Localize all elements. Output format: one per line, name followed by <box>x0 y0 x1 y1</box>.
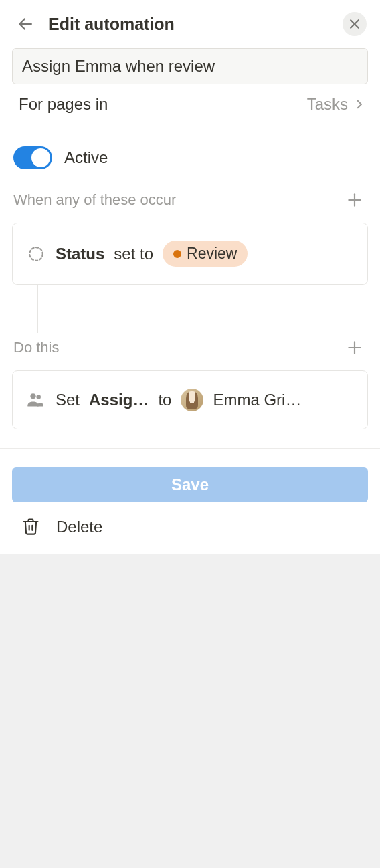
people-icon <box>26 390 45 409</box>
assignee-name: Emma Gri… <box>213 391 301 409</box>
status-dot-icon <box>173 250 181 258</box>
back-button[interactable] <box>13 12 37 36</box>
action-section-label: Do this <box>13 339 59 356</box>
save-button[interactable]: Save <box>12 467 368 502</box>
delete-label: Delete <box>56 518 102 536</box>
status-icon <box>27 245 45 263</box>
connector-line <box>37 285 380 333</box>
action-to: to <box>158 391 171 409</box>
action-property: Assig… <box>89 391 149 409</box>
scope-value: Tasks <box>307 95 348 114</box>
trigger-verb: set to <box>114 245 153 263</box>
toggle-knob <box>31 148 50 167</box>
add-trigger-button[interactable] <box>343 188 367 212</box>
trigger-card[interactable]: Status set to Review <box>12 223 368 285</box>
scope-label: For pages in <box>19 95 108 114</box>
trigger-property: Status <box>56 245 104 263</box>
add-action-button[interactable] <box>343 336 367 360</box>
plus-icon <box>346 191 363 209</box>
trash-icon <box>21 517 40 536</box>
assignee-avatar <box>181 389 203 411</box>
automation-name-input[interactable] <box>12 48 368 84</box>
chevron-right-icon <box>353 98 365 110</box>
active-label: Active <box>64 148 108 167</box>
page-title: Edit automation <box>48 15 332 34</box>
status-pill-label: Review <box>187 245 237 263</box>
svg-point-5 <box>29 247 43 261</box>
action-card[interactable]: Set Assig… to Emma Gri… <box>12 370 368 429</box>
svg-point-8 <box>30 393 35 399</box>
status-pill: Review <box>163 241 248 267</box>
close-button[interactable] <box>343 12 367 36</box>
active-row: Active <box>0 130 380 185</box>
header: Edit automation <box>0 0 380 48</box>
delete-button[interactable]: Delete <box>12 502 368 541</box>
action-verb: Set <box>56 391 80 409</box>
close-icon <box>348 17 361 31</box>
trigger-section-label: When any of these occur <box>13 191 176 209</box>
svg-point-9 <box>36 395 41 399</box>
scope-row[interactable]: For pages in Tasks <box>0 95 380 130</box>
arrow-left-icon <box>17 15 34 33</box>
active-toggle[interactable] <box>13 146 52 169</box>
empty-area <box>0 554 380 782</box>
plus-icon <box>346 339 363 356</box>
